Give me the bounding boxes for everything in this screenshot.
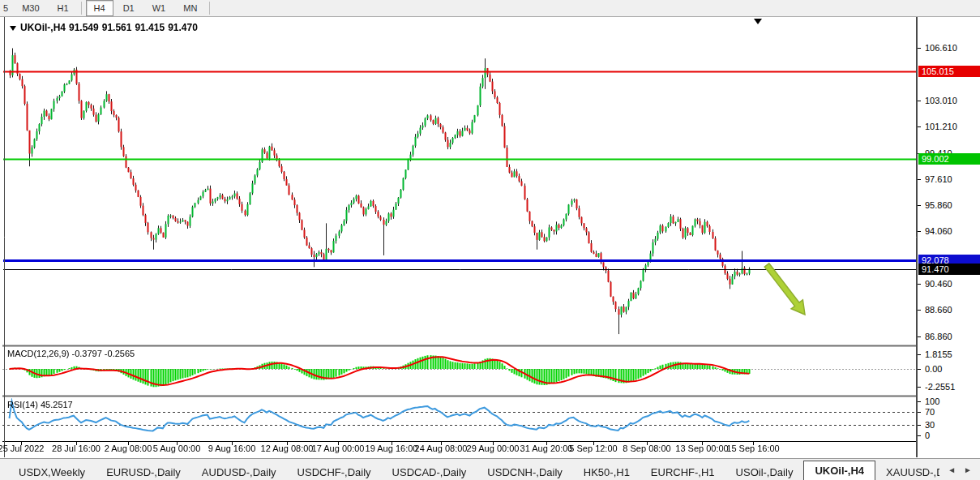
tab-scroll-arrows: ◄ ► <box>939 459 980 480</box>
axis-tick-mark <box>918 284 921 285</box>
axis-tick-mark <box>918 179 921 180</box>
axis-tick-label: 86.860 <box>925 332 952 341</box>
axis-tick-label: 100 <box>925 396 939 406</box>
tab-usoil-daily[interactable]: USOil-,Daily <box>725 465 804 480</box>
axis-tick-mark <box>918 205 921 206</box>
ohlc-close: 91.470 <box>168 22 198 33</box>
time-axis: 25 Jul 202228 Jul 16:002 Aug 08:005 Aug … <box>0 443 917 457</box>
price-badge-91.470: 91.470 <box>918 264 980 275</box>
axis-tick-label: 0 <box>925 431 930 440</box>
tab-scroll-right-icon[interactable]: ► <box>964 466 972 474</box>
axis-tick-mark <box>918 435 921 436</box>
ohlc-open: 91.549 <box>69 22 99 33</box>
timeframe-button-d1[interactable]: D1 <box>115 0 143 16</box>
time-axis-label: 9 Aug 16:00 <box>208 444 256 453</box>
axis-tick-mark <box>918 231 921 232</box>
symbol-label: UKOil-,H4 <box>20 22 66 33</box>
axis-tick-label: 90.460 <box>925 279 952 289</box>
axis-tick-label: 101.210 <box>925 122 957 131</box>
axis-tick-label: 30 <box>925 420 935 430</box>
axis-tick-label: -2.2551 <box>925 382 955 392</box>
ohlc-high: 91.561 <box>102 22 132 33</box>
tab-audusd-daily[interactable]: AUDUSD-,Daily <box>191 465 287 480</box>
axis-tick-mark <box>918 354 921 355</box>
timeframe-button-h1[interactable]: H1 <box>49 0 77 16</box>
timeframe-button-5[interactable]: 5 <box>1 0 12 16</box>
time-axis-label: 24 Aug 08:00 <box>415 444 468 453</box>
axis-tick-mark <box>918 101 921 101</box>
time-axis-label: 8 Sep 08:00 <box>623 444 670 453</box>
axis-tick-label: 94.060 <box>925 226 952 236</box>
axis-tick-mark <box>918 401 921 402</box>
axis-tick-label: 103.010 <box>925 96 957 105</box>
current-bar-marker-icon <box>754 19 762 24</box>
timeframe-toolbar: 5M30H1H4D1W1MN <box>0 0 980 17</box>
tab-ukoil-h4[interactable]: UKOil-,H4 <box>803 461 875 480</box>
axis-tick-mark <box>918 387 921 388</box>
time-axis-label: 13 Sep 00:00 <box>675 444 728 453</box>
toolbar-separator <box>209 2 210 15</box>
timeframe-button-w1[interactable]: W1 <box>144 0 174 16</box>
tab-scroll-left-icon[interactable]: ◄ <box>948 466 956 474</box>
axis-tick-mark <box>918 126 921 127</box>
chart-tabs: USDX,WeeklyEURUSD-,DailyAUDUSD-,DailyUSD… <box>0 459 939 480</box>
time-axis-label: 5 Sep 12:00 <box>569 444 617 453</box>
tab-usdcnh-daily[interactable]: USDCNH-,Daily <box>477 465 572 480</box>
time-axis-label: 17 Aug 00:00 <box>312 444 365 453</box>
price-badge-105.015: 105.015 <box>918 66 980 77</box>
chart-ohlc-header: UKOil-,H491.54991.56191.41591.470 <box>10 22 201 33</box>
time-axis-label: 12 Aug 08:00 <box>261 444 314 453</box>
axis-tick-label: 88.660 <box>925 305 952 315</box>
price-badge-99.002: 99.002 <box>918 153 980 165</box>
time-axis-label: 29 Aug 00:00 <box>467 444 520 453</box>
axis-tick-mark <box>918 336 921 337</box>
macd-indicator-label: MACD(12,26,9) -0.3797 -0.2565 <box>7 349 135 358</box>
tab-eurchf-h1[interactable]: EURCHF-,H1 <box>640 465 725 480</box>
time-axis-label: 31 Aug 20:00 <box>520 444 573 453</box>
axis-tick-label: 0.00 <box>925 364 942 374</box>
axis-tick-label: 95.860 <box>925 200 952 210</box>
timeframe-button-mn[interactable]: MN <box>175 0 205 16</box>
axis-tick-label: 1.8155 <box>925 349 952 359</box>
chart-tab-bar: USDX,WeeklyEURUSD-,DailyAUDUSD-,DailyUSD… <box>0 458 980 480</box>
tab-usdcad-daily[interactable]: USDCAD-,Daily <box>382 465 477 480</box>
time-axis-label: 2 Aug 08:00 <box>105 444 152 453</box>
time-axis-label: 19 Aug 16:00 <box>366 444 418 453</box>
axis-tick-mark <box>918 48 921 49</box>
toolbar-separator <box>81 2 82 15</box>
tab-xauusd-daily[interactable]: XAUUSD-,Daily <box>875 465 939 480</box>
timeframe-button-h4[interactable]: H4 <box>86 0 113 16</box>
mt4-terminal: 5M30H1H4D1W1MN UKOil-,H491.54991.56191.4… <box>0 0 980 480</box>
axis-tick-label: 106.610 <box>925 43 957 53</box>
ohlc-low: 91.415 <box>135 22 165 33</box>
tab-eurusd-daily[interactable]: EURUSD-,Daily <box>96 465 191 480</box>
axis-tick-label: 70 <box>925 407 935 417</box>
price-axis: 106.610103.010101.21099.41097.61095.8609… <box>917 17 980 457</box>
time-axis-label: 25 Jul 2022 <box>0 444 44 453</box>
time-axis-label: 5 Aug 00:00 <box>153 444 201 453</box>
axis-tick-label: 97.610 <box>925 174 952 184</box>
axis-tick-mark <box>918 369 921 370</box>
time-axis-label: 15 Sep 16:00 <box>726 444 779 453</box>
chart-canvas[interactable] <box>2 17 917 457</box>
axis-tick-mark <box>918 425 921 426</box>
tab-usdchf-daily[interactable]: USDCHF-,Daily <box>287 465 382 480</box>
tab-hk50-h1[interactable]: HK50-,H1 <box>573 465 640 480</box>
tab-usdx-weekly[interactable]: USDX,Weekly <box>8 465 96 480</box>
axis-tick-mark <box>918 412 921 413</box>
axis-tick-mark <box>918 310 921 311</box>
chevron-down-icon <box>10 26 16 31</box>
rsi-indicator-label: RSI(14) 45.2517 <box>7 400 73 409</box>
timeframe-button-m30[interactable]: M30 <box>14 0 47 16</box>
time-axis-label: 28 Jul 16:00 <box>52 444 101 453</box>
